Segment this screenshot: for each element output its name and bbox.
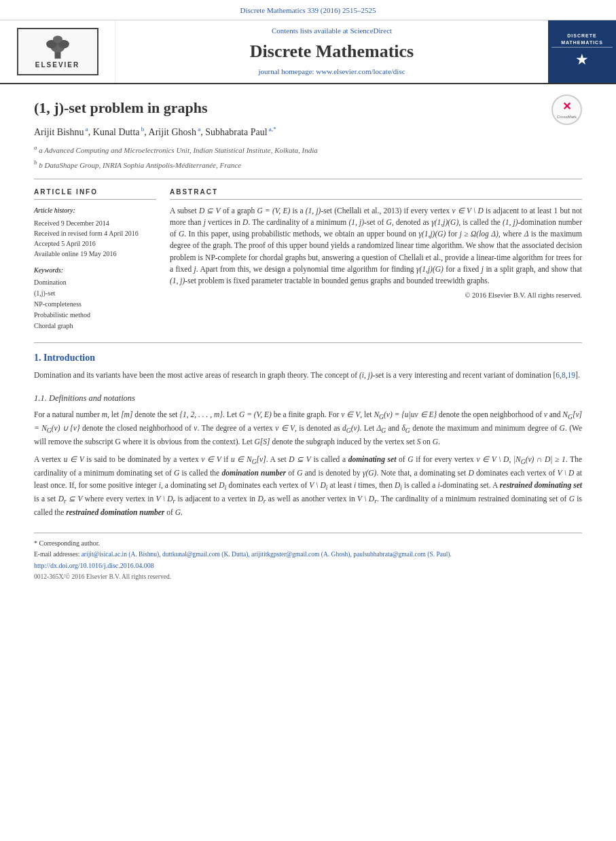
ref-19[interactable]: 19 <box>568 371 576 379</box>
math-deltaG: δG <box>401 424 410 432</box>
article-title: (1, j)-set problem in graphs <box>34 98 582 119</box>
math-i4: i <box>438 481 440 489</box>
math-DeltaG: ΔG <box>376 424 386 432</box>
affiliation-a: a a Advanced Computing and Microelectron… <box>34 143 582 156</box>
math-G11: G <box>175 508 181 516</box>
definitions-title: Definitions and notations <box>49 393 135 403</box>
math-VD: V \ D <box>558 469 575 477</box>
publisher-logo: ELSEVIER <box>0 20 115 82</box>
math-gamma2: γ(1,j)(G) <box>418 230 446 238</box>
homepage-link[interactable]: journal homepage: www.elsevier.com/locat… <box>258 67 405 77</box>
math-m-set: [m] <box>121 410 132 418</box>
affil-sup-b: b <box>34 159 37 166</box>
intro-text: Domination and its variants have been th… <box>34 370 582 382</box>
doi-link[interactable]: http://dx.doi.org/10.1016/j.disc.2016.04… <box>34 561 582 571</box>
journal-title: Discrete Mathematics <box>250 39 414 64</box>
svg-point-4 <box>52 36 62 43</box>
math-1j: (1, j) <box>306 207 321 215</box>
math-D3: D ⊆ V <box>289 455 311 463</box>
ref-8[interactable]: 8 <box>562 371 566 379</box>
authors-line: Arijit Bishnu a, Kunal Dutta b, Arijit G… <box>34 125 582 139</box>
math-j3: j <box>482 265 484 273</box>
math-G4: G = (V, E) <box>239 410 272 418</box>
article-title-text: (1, j)-set problem in graphs <box>34 99 208 116</box>
article-content: ✕ CrossMark (1, j)-set problem in graphs… <box>0 84 616 596</box>
math-G5: G <box>560 424 565 432</box>
math-gamma3: γ(1,j)(G) <box>416 265 443 273</box>
math-Dr2: Dr <box>257 495 266 503</box>
math-D2: D <box>242 218 248 226</box>
email-addresses: E-mail addresses: arijit@isical.ac.in (A… <box>34 550 582 559</box>
intro-section: 1. Introduction Domination and its varia… <box>34 342 582 382</box>
affil-b-1: b <box>140 126 145 132</box>
article-info-block: Article history: Received 9 December 201… <box>34 205 156 259</box>
math-D: D ⊆ V <box>199 207 221 215</box>
info-abstract-cols: Article Info Article history: Received 9… <box>34 187 582 332</box>
math-G10: G <box>569 495 575 503</box>
math-u: u ∈ V <box>64 455 84 463</box>
math-i2: i <box>159 481 161 489</box>
affiliation-b: b b DataShape Group, INRIA Sophia Antipo… <box>34 158 582 171</box>
crossmark-inner: ✕ CrossMark <box>551 94 582 125</box>
author-subhabrata-paul: Subhabrata Paul <box>205 127 267 137</box>
divider-2 <box>34 342 582 343</box>
sciencedirect-link[interactable]: Contents lists available at ScienceDirec… <box>272 26 392 36</box>
keyword-np-completeness: NP-completeness <box>34 299 156 310</box>
math-j: j <box>204 218 206 226</box>
definitions-para-1: For a natural number m, let [m] denote t… <box>34 409 582 448</box>
keyword-1j-set: (1,j)-set <box>34 288 156 299</box>
email-list[interactable]: arijit@isical.ac.in (A. Bishnu), duttkun… <box>81 551 452 558</box>
math-S: S <box>417 437 421 446</box>
math-i3: i <box>354 481 356 489</box>
math-set: {1, 2, . . . , m} <box>179 410 223 418</box>
restrained-dom-number-term: restrained domination number <box>66 508 164 516</box>
math-1j-set: (1, j) <box>348 218 364 226</box>
math-v7: v ∈ V \ D <box>476 455 509 463</box>
journal-badge: DISCRETE MATHEMATICS ★ <box>548 20 616 82</box>
math-delta: Δ <box>524 230 529 238</box>
affil-sup-a: a <box>34 144 37 151</box>
author-arijit-ghosh: Arijit Ghosh <box>149 127 196 137</box>
homepage-text: journal homepage: www.elsevier.com/locat… <box>258 67 405 75</box>
math-ij-set: (i, j) <box>359 371 373 379</box>
page: Discrete Mathematics 339 (2016) 2515–252… <box>0 0 616 841</box>
math-G2: G <box>386 218 392 226</box>
journal-ref-text: Discrete Mathematics 339 (2016) 2515–252… <box>240 6 376 14</box>
abstract-label: Abstract <box>170 187 582 200</box>
math-G7: G <box>407 455 413 463</box>
dm-badge-title: DISCRETE MATHEMATICS <box>551 33 613 48</box>
received-date: Received 9 December 2014 <box>34 218 156 228</box>
math-m: m <box>102 410 107 418</box>
math-v: v ∈ V \ D <box>452 207 484 215</box>
abstract-col: Abstract A subset D ⊆ V of a graph G = (… <box>170 187 582 332</box>
math-Di2: Di <box>395 481 402 489</box>
emails-label: E-mail addresses: <box>34 551 79 558</box>
affil-a-1: a <box>84 126 88 132</box>
math-G: G = (V, E) <box>257 207 290 215</box>
publisher-name: ELSEVIER <box>35 60 79 70</box>
math-G6: G <box>433 437 438 446</box>
footer-copyright: 0012-365X/© 2016 Elsevier B.V. All right… <box>34 573 582 581</box>
math-Dr: Dr ⊆ V <box>58 495 83 503</box>
math-j-ineq: j ≥ Ω(log Δ) <box>460 230 499 238</box>
journal-info: Contents lists available at ScienceDirec… <box>115 20 548 82</box>
crossmark-badge[interactable]: ✕ CrossMark <box>551 94 582 125</box>
math-v6: v ∈ V <box>201 455 221 463</box>
divider-1 <box>34 179 582 179</box>
intro-heading: 1. Introduction <box>34 351 582 365</box>
dom-set-term: dominating set <box>348 455 397 463</box>
definitions-para-2: A vertex u ∈ V is said to be dominated b… <box>34 454 582 519</box>
keyword-domination: Domination <box>34 277 156 288</box>
restrained-dom-term: restrained dominating set <box>500 481 582 489</box>
math-G9: G <box>297 469 302 477</box>
corresponding-label: * Corresponding author. <box>34 539 100 547</box>
crossmark-icon: ✕ <box>562 99 571 114</box>
math-u-dom: u ∈ NG[v] <box>231 455 266 463</box>
ref-6[interactable]: 6 <box>556 371 560 379</box>
journal-header: ELSEVIER Contents lists available at Sci… <box>0 20 616 84</box>
affil-a-star: a,* <box>268 126 276 132</box>
journal-reference: Discrete Mathematics 339 (2016) 2515–252… <box>0 0 616 20</box>
footer: * Corresponding author. E-mail addresses… <box>34 533 582 582</box>
definitions-heading: 1.1. Definitions and notations <box>34 393 582 405</box>
logo-box: ELSEVIER <box>17 28 98 75</box>
